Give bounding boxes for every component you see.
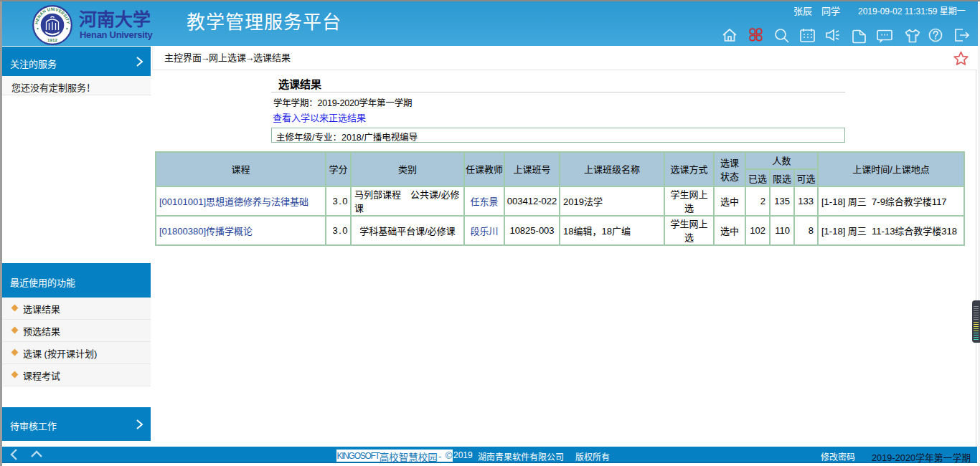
svg-text:1912: 1912 xyxy=(47,37,57,42)
